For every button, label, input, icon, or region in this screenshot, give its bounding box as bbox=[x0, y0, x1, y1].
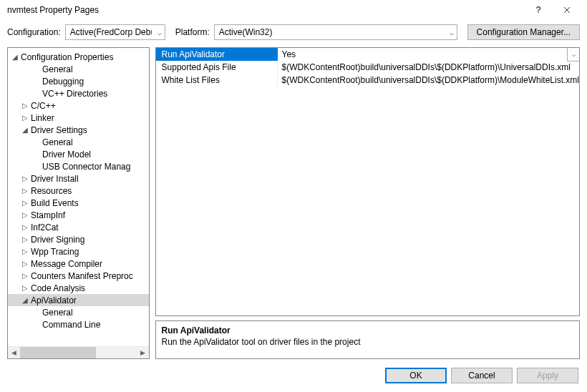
tree-item[interactable]: ▷Inf2Cat bbox=[8, 221, 149, 233]
tree-item[interactable]: USB Connector Manag bbox=[8, 160, 149, 172]
chevron-down-icon: ⌵ bbox=[152, 29, 162, 36]
help-button[interactable]: ? bbox=[524, 0, 553, 20]
chevron-down-icon: ⌵ bbox=[444, 29, 454, 36]
expander-icon[interactable]: ▷ bbox=[21, 187, 29, 195]
tree-item[interactable]: Command Line bbox=[8, 318, 149, 330]
expander-icon[interactable]: ▷ bbox=[21, 272, 29, 280]
tree-item[interactable]: ▷C/C++ bbox=[8, 99, 149, 112]
expander-icon[interactable]: ▷ bbox=[21, 284, 29, 292]
tree-item[interactable]: ▷Driver Signing bbox=[8, 233, 149, 245]
expander-icon[interactable]: ▷ bbox=[21, 260, 29, 268]
tree-item-label: Debugging bbox=[41, 77, 85, 87]
tree-item[interactable]: ▷Linker bbox=[8, 112, 149, 124]
main-area: ◢Configuration PropertiesGeneralDebuggin… bbox=[0, 47, 587, 362]
tree-item[interactable]: ▷Resources bbox=[8, 185, 149, 197]
tree-item[interactable]: ▷Wpp Tracing bbox=[8, 245, 149, 258]
property-name: White List Files bbox=[156, 74, 278, 87]
close-button[interactable] bbox=[553, 0, 581, 20]
config-toolbar: Configuration: Active(FredCorp Debug) ⌵ … bbox=[0, 20, 587, 47]
property-value[interactable]: $(WDKContentRoot)build\universalDDIs\$(D… bbox=[278, 61, 579, 74]
tree-item[interactable]: ▷Build Events bbox=[8, 197, 149, 209]
tree-item-label: Driver Model bbox=[41, 150, 92, 160]
apply-button[interactable]: Apply bbox=[517, 368, 578, 383]
platform-combo[interactable]: Active(Win32) ⌵ bbox=[214, 24, 457, 40]
description-panel: Run ApiValidator Run the ApiValidator to… bbox=[155, 320, 580, 359]
tree-item[interactable]: ▷StampInf bbox=[8, 209, 149, 221]
tree-item[interactable]: ▷Counters Manifest Preproc bbox=[8, 270, 149, 282]
scroll-right-icon[interactable]: ▶ bbox=[137, 347, 149, 359]
tree-item[interactable]: General bbox=[8, 306, 149, 318]
expander-icon[interactable]: ▷ bbox=[21, 223, 29, 231]
tree-item-label: C/C++ bbox=[29, 101, 57, 111]
tree-item-label: Driver Signing bbox=[29, 235, 86, 245]
tree-hscrollbar[interactable]: ◀ ▶ bbox=[8, 346, 149, 358]
tree-item-label: Driver Install bbox=[29, 174, 80, 184]
tree-item-label: VC++ Directories bbox=[41, 89, 109, 99]
description-body: Run the ApiValidator tool on driver file… bbox=[162, 337, 573, 347]
tree-item-label: Code Analysis bbox=[29, 283, 87, 293]
tree-item[interactable]: ▷Driver Install bbox=[8, 172, 149, 185]
scroll-track[interactable] bbox=[20, 347, 137, 358]
tree-item[interactable]: General bbox=[8, 63, 149, 75]
expander-icon[interactable]: ◢ bbox=[21, 126, 29, 134]
tree-item-label: Message Compiler bbox=[29, 259, 104, 269]
platform-value: Active(Win32) bbox=[219, 27, 444, 37]
property-row[interactable]: Supported Apis File$(WDKContentRoot)buil… bbox=[156, 61, 579, 74]
tree-item-label: General bbox=[41, 308, 74, 318]
configuration-combo[interactable]: Active(FredCorp Debug) ⌵ bbox=[65, 24, 165, 40]
tree[interactable]: ◢Configuration PropertiesGeneralDebuggin… bbox=[8, 48, 149, 346]
expander-icon[interactable]: ▷ bbox=[21, 211, 29, 219]
window-title: nvmtest Property Pages bbox=[7, 5, 524, 15]
tree-item-label: Configuration Properties bbox=[19, 52, 115, 62]
platform-label: Platform: bbox=[175, 27, 210, 37]
property-name: Run ApiValidator bbox=[156, 48, 278, 61]
configuration-label: Configuration: bbox=[7, 27, 61, 37]
tree-item[interactable]: VC++ Directories bbox=[8, 87, 149, 99]
scroll-left-icon[interactable]: ◀ bbox=[8, 347, 20, 359]
right-panel: Run ApiValidatorYes⌵Supported Apis File$… bbox=[155, 47, 580, 359]
ok-button[interactable]: OK bbox=[385, 368, 447, 383]
tree-item-label: Linker bbox=[29, 113, 56, 123]
tree-item[interactable]: Driver Model bbox=[8, 148, 149, 160]
expander-icon[interactable]: ◢ bbox=[21, 296, 29, 304]
property-row[interactable]: White List Files$(WDKContentRoot)build\u… bbox=[156, 74, 579, 87]
tree-panel: ◢Configuration PropertiesGeneralDebuggin… bbox=[7, 47, 150, 359]
expander-icon[interactable]: ◢ bbox=[11, 53, 19, 61]
configuration-value: Active(FredCorp Debug) bbox=[70, 27, 152, 37]
expander-icon[interactable]: ▷ bbox=[21, 248, 29, 255]
titlebar: nvmtest Property Pages ? bbox=[0, 0, 587, 20]
property-grid[interactable]: Run ApiValidatorYes⌵Supported Apis File$… bbox=[155, 47, 580, 316]
tree-item[interactable]: ◢ApiValidator bbox=[8, 294, 149, 306]
tree-root[interactable]: ◢Configuration Properties bbox=[8, 51, 149, 63]
tree-item-label: General bbox=[41, 137, 74, 147]
tree-item-label: Wpp Tracing bbox=[29, 247, 80, 257]
description-title: Run ApiValidator bbox=[162, 325, 573, 335]
property-value[interactable]: $(WDKContentRoot)build\universalDDIs\$(D… bbox=[278, 74, 579, 87]
tree-item[interactable]: Debugging bbox=[8, 75, 149, 87]
chevron-down-icon[interactable]: ⌵ bbox=[567, 47, 580, 62]
expander-icon[interactable]: ▷ bbox=[21, 102, 29, 109]
property-row[interactable]: Run ApiValidatorYes⌵ bbox=[156, 48, 579, 61]
tree-item-label: Build Events bbox=[29, 198, 80, 208]
scroll-thumb[interactable] bbox=[20, 347, 96, 358]
tree-item-label: Inf2Cat bbox=[29, 222, 60, 232]
tree-item[interactable]: ▷Message Compiler bbox=[8, 258, 149, 270]
tree-item[interactable]: ▷Code Analysis bbox=[8, 282, 149, 294]
tree-item-label: Resources bbox=[29, 186, 73, 196]
cancel-button[interactable]: Cancel bbox=[451, 368, 513, 383]
tree-item-label: Driver Settings bbox=[29, 125, 89, 135]
property-name: Supported Apis File bbox=[156, 61, 278, 74]
expander-icon[interactable]: ▷ bbox=[21, 199, 29, 207]
tree-item-label: General bbox=[41, 64, 74, 74]
close-icon bbox=[563, 6, 571, 14]
tree-item-label: Counters Manifest Preproc bbox=[29, 271, 135, 281]
expander-icon[interactable]: ▷ bbox=[21, 175, 29, 182]
expander-icon[interactable]: ▷ bbox=[21, 114, 29, 122]
property-value[interactable]: Yes bbox=[278, 48, 567, 61]
expander-icon[interactable]: ▷ bbox=[21, 235, 29, 243]
configuration-manager-button[interactable]: Configuration Manager... bbox=[467, 24, 580, 40]
tree-item-label: StampInf bbox=[29, 210, 67, 220]
tree-item[interactable]: ◢Driver Settings bbox=[8, 124, 149, 136]
dialog-footer: OK Cancel Apply bbox=[0, 362, 587, 392]
tree-item[interactable]: General bbox=[8, 136, 149, 148]
